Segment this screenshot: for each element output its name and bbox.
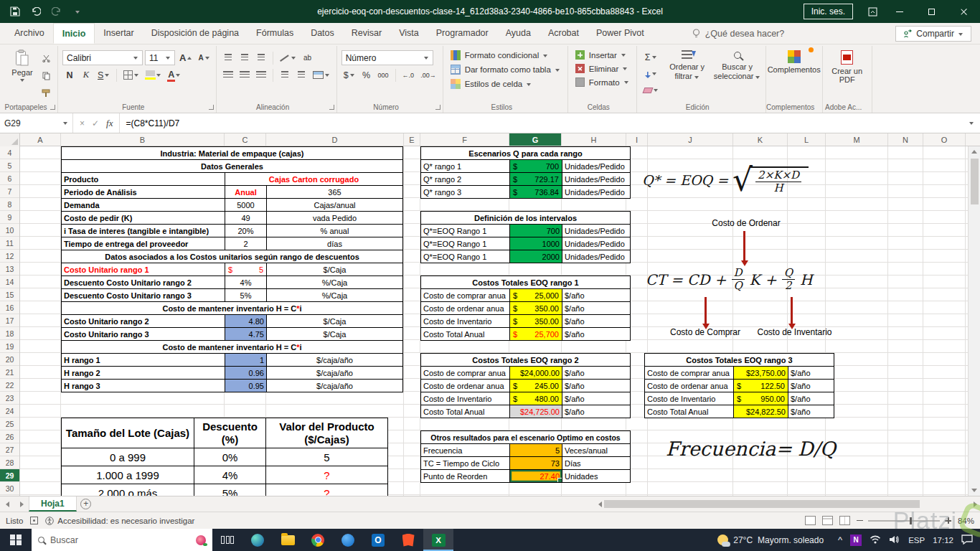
font-color-button[interactable]: A [166, 67, 183, 83]
orientation-button[interactable] [278, 50, 298, 65]
taskbar-app-chrome[interactable] [303, 529, 333, 551]
cell[interactable]: $/año [562, 367, 631, 380]
cell[interactable]: Unidades/Pedido [562, 173, 631, 186]
cell[interactable]: Costo de mantener inventario H = C*i [62, 341, 403, 354]
row-header-7[interactable]: 7 [0, 185, 19, 198]
autosum-button[interactable]: Σ [641, 50, 661, 65]
row-header-13[interactable]: 13 [0, 263, 19, 276]
cell[interactable]: Producto [62, 173, 225, 186]
row-header-23[interactable]: 23 [0, 392, 19, 405]
cell[interactable]: 0.96 [225, 367, 267, 380]
cell[interactable]: TC = Tiempo de Ciclo [421, 457, 510, 470]
paste-button[interactable]: Pegar [6, 48, 39, 100]
cell[interactable]: 5000 [225, 199, 267, 212]
cell[interactable]: $/año [562, 328, 631, 341]
cell[interactable]: Días [562, 457, 631, 470]
row-header-22[interactable]: 22 [0, 379, 19, 392]
fill-color-button[interactable] [143, 67, 164, 83]
ribbon-tab-vista[interactable]: Vista [390, 23, 428, 44]
ribbon-tab-acrobat[interactable]: Acrobat [540, 23, 588, 44]
decrease-indent-button[interactable] [278, 67, 292, 83]
row-header-20[interactable]: 20 [0, 353, 19, 366]
cell[interactable]: 0 a 999 [62, 448, 194, 466]
sort-filter-button[interactable]: Ordenar y filtrar [664, 48, 711, 98]
cell[interactable]: $/Caja [267, 328, 403, 341]
page-layout-view-button[interactable] [822, 516, 833, 525]
cell[interactable]: Cajas/anual [267, 199, 403, 212]
conditional-formatting-button[interactable]: Formato condicional [448, 48, 563, 62]
cell[interactable]: H rango 3 [62, 380, 225, 392]
cell[interactable]: Unidades/Pedido [562, 225, 631, 237]
cell[interactable]: Costo Unitario rango 3 [62, 328, 225, 341]
cell[interactable]: Costo de comprar anua [421, 289, 510, 302]
cell[interactable]: $736.84 [510, 186, 562, 199]
cell[interactable]: 700 [510, 225, 562, 237]
cell[interactable]: $/Caja [267, 263, 403, 276]
cell[interactable]: $950.00 [734, 392, 788, 405]
cell[interactable]: 1000 [510, 237, 562, 250]
cell[interactable]: Q*=EOQ Rango 1 [421, 225, 510, 237]
select-all-button[interactable] [0, 133, 20, 146]
prev-sheet-button[interactable] [0, 496, 14, 512]
cell[interactable]: $/caja/año [267, 367, 403, 380]
cell[interactable]: $480.00 [510, 392, 562, 405]
volume-icon[interactable] [889, 535, 900, 545]
sheet-tab-hoja1[interactable]: Hoja1 [29, 496, 77, 512]
cell[interactable]: ? [266, 484, 388, 496]
decrease-decimal-button[interactable]: .00→ [418, 67, 438, 83]
row-header-8[interactable]: 8 [0, 198, 19, 211]
row-header-14[interactable]: 14 [0, 276, 19, 288]
row-header-28[interactable]: 28 [0, 456, 19, 469]
cells-layer[interactable]: Q* = EOQ = √ 2×K×DH Costo de Ordenar CT … [0, 146, 968, 496]
cell[interactable]: $/año [562, 289, 631, 302]
normal-view-button[interactable] [805, 516, 816, 525]
cell[interactable]: Costo de ordenar anua [645, 380, 734, 392]
cell[interactable]: $/año [562, 405, 631, 418]
insert-function-button[interactable]: fx [106, 118, 113, 129]
column-header-E[interactable]: E [404, 133, 420, 146]
cell[interactable]: $/año [562, 392, 631, 405]
cell[interactable]: Datos asociados a los Costos unitarios s… [62, 250, 403, 263]
row-header-19[interactable]: 19 [0, 340, 19, 353]
cell[interactable]: Descuento Costo Unitario rango 2 [62, 276, 225, 289]
cut-button[interactable] [39, 51, 53, 66]
zoom-out-button[interactable] [857, 520, 863, 522]
action-center-button[interactable] [961, 534, 973, 546]
clock[interactable]: 17:12 [933, 536, 953, 545]
insert-cells-button[interactable]: Insertar [573, 48, 632, 62]
cell[interactable]: $/año [788, 405, 834, 418]
cell[interactable]: Descuento Costo Unitario rango 3 [62, 289, 225, 302]
ribbon-tab-programador[interactable]: Programador [428, 23, 497, 44]
formula-input[interactable]: =(C8*C11)/D7 [120, 113, 963, 133]
cell[interactable]: Periodo de Análisis [62, 186, 225, 199]
cell[interactable]: $/año [788, 367, 834, 380]
column-header-B[interactable]: B [61, 133, 225, 146]
align-right-button[interactable] [254, 67, 268, 83]
cell[interactable]: Unidades/Pedido [562, 186, 631, 199]
enter-button[interactable]: ✓ [92, 118, 99, 128]
cell[interactable]: 5% [194, 484, 266, 496]
cell[interactable]: 0.95 [225, 380, 267, 392]
table-header-cell[interactable]: Tamaño del Lote (Cajas) [62, 418, 194, 448]
cell[interactable]: 49 [225, 212, 267, 225]
new-sheet-button[interactable]: + [77, 496, 95, 512]
share-button[interactable]: Compartir [895, 26, 971, 42]
row-header-21[interactable]: 21 [0, 366, 19, 379]
cell[interactable]: Costo Total Anual [421, 405, 510, 418]
dialog-launcher-icon[interactable] [209, 105, 214, 110]
cell[interactable]: %/Caja [267, 276, 403, 289]
column-header-O[interactable]: O [923, 133, 966, 146]
cell[interactable]: Costo Unitario rango 1 [62, 263, 225, 276]
cell[interactable]: Costo de Inventario [421, 315, 510, 328]
accounting-format-button[interactable]: $ [341, 67, 357, 83]
column-header-J[interactable]: J [648, 133, 733, 146]
zoom-slider[interactable] [868, 520, 940, 522]
cell[interactable]: Unidades [562, 470, 631, 483]
row-header-11[interactable]: 11 [0, 237, 19, 250]
network-icon[interactable] [870, 535, 881, 545]
cell[interactable]: 2.000 o más [62, 484, 194, 496]
cell[interactable]: vada Pedido [267, 212, 403, 225]
cell[interactable]: Frecuencia [421, 444, 510, 457]
column-header-N[interactable]: N [888, 133, 923, 146]
cell[interactable]: H rango 1 [62, 354, 225, 367]
